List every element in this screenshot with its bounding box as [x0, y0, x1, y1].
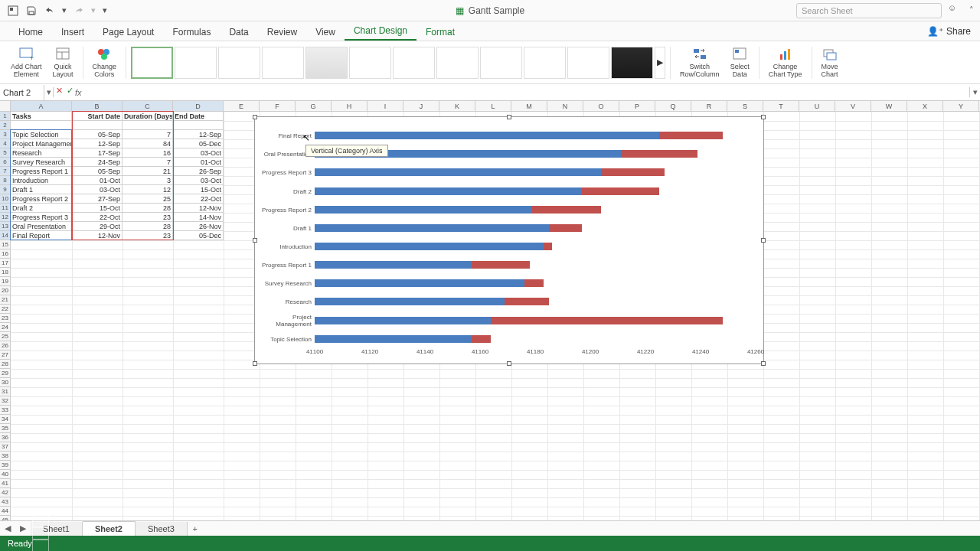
- autosave-icon[interactable]: [6, 4, 20, 18]
- data-cell[interactable]: 84: [122, 139, 173, 148]
- header-cell[interactable]: End Date: [173, 112, 224, 121]
- chart-bar-series2[interactable]: [524, 279, 544, 287]
- chart-style-3[interactable]: [218, 47, 260, 79]
- row-header-24[interactable]: 24: [0, 323, 10, 332]
- chart-style-12[interactable]: [611, 47, 653, 79]
- chart-style-8[interactable]: [436, 47, 479, 79]
- chart-category-label[interactable]: Introduction: [256, 243, 315, 250]
- spreadsheet-grid[interactable]: ABCDEFGHIJKLMNOPQRSTUVWXY 12345678910111…: [0, 101, 980, 539]
- data-cell[interactable]: Project Management: [11, 139, 72, 148]
- chart-style-9[interactable]: [480, 47, 522, 79]
- row-header-21[interactable]: 21: [0, 295, 10, 305]
- data-cell[interactable]: Final Report: [11, 231, 72, 240]
- data-cell[interactable]: 01-Oct: [72, 176, 122, 185]
- feedback-smiley-icon[interactable]: ☺: [948, 3, 963, 18]
- data-cell[interactable]: 16: [122, 148, 173, 158]
- chart-bar-series2[interactable]: [472, 261, 530, 269]
- change-colors-button[interactable]: Change Colors: [88, 44, 122, 82]
- data-cell[interactable]: 12-Nov: [72, 231, 122, 240]
- row-header-3[interactable]: 3: [0, 130, 10, 139]
- change-chart-type-button[interactable]: Change Chart Type: [764, 44, 807, 82]
- fx-icon[interactable]: fx: [75, 88, 90, 97]
- data-cell[interactable]: 21: [122, 167, 173, 176]
- undo-icon[interactable]: [43, 4, 57, 18]
- data-cell[interactable]: 22-Oct: [72, 213, 122, 222]
- chart-plot-area[interactable]: Final ReportOral PresentationProgress Re…: [315, 126, 754, 347]
- row-header-40[interactable]: 40: [0, 470, 10, 479]
- chart-category-label[interactable]: Progress Report 1: [256, 262, 315, 269]
- row-header-14[interactable]: 14: [0, 231, 10, 240]
- row-header-2[interactable]: 2: [0, 121, 10, 130]
- chart-category-label[interactable]: Topic Selection: [256, 335, 315, 342]
- sheet-nav-next-icon[interactable]: ▶: [15, 522, 31, 536]
- cancel-formula-icon[interactable]: ✕: [54, 86, 64, 99]
- chart-category-label[interactable]: Project Management: [256, 314, 315, 328]
- row-header-15[interactable]: 15: [0, 240, 10, 249]
- formula-expand-icon[interactable]: ▾: [969, 87, 980, 97]
- chart-style-5[interactable]: [305, 47, 348, 79]
- data-cell[interactable]: 7: [122, 158, 173, 167]
- data-cell[interactable]: 28: [122, 204, 173, 213]
- row-header-33[interactable]: 33: [0, 406, 10, 415]
- row-header-38[interactable]: 38: [0, 452, 10, 461]
- chart-category-label[interactable]: Research: [256, 298, 315, 305]
- data-cell[interactable]: 12-Sep: [72, 139, 122, 148]
- view-page-break-icon[interactable]: [32, 540, 49, 552]
- chart-bar-series1[interactable]: [315, 224, 549, 232]
- row-header-12[interactable]: 12: [0, 213, 10, 222]
- tab-data[interactable]: Data: [220, 24, 257, 41]
- redo-icon[interactable]: [72, 4, 86, 18]
- formula-input[interactable]: [90, 85, 969, 100]
- data-cell[interactable]: 12: [122, 185, 173, 194]
- row-header-18[interactable]: 18: [0, 268, 10, 277]
- chart-bar-series1[interactable]: [315, 187, 582, 195]
- chart-bar-series2[interactable]: [601, 168, 665, 176]
- chart-x-axis[interactable]: 4110041120411404116041180412004122041240…: [315, 348, 754, 359]
- column-header-R[interactable]: R: [691, 101, 727, 111]
- row-header-19[interactable]: 19: [0, 277, 10, 286]
- data-cell[interactable]: 05-Sep: [72, 167, 122, 176]
- column-header-C[interactable]: C: [122, 101, 173, 111]
- data-cell[interactable]: Progress Report 1: [11, 167, 72, 176]
- data-cell[interactable]: 23: [122, 213, 173, 222]
- chart-object[interactable]: Final ReportOral PresentationProgress Re…: [254, 116, 764, 364]
- chart-bar-series1[interactable]: [315, 317, 491, 324]
- add-sheet-button[interactable]: +: [188, 524, 203, 533]
- data-cell[interactable]: 23: [122, 231, 173, 240]
- column-header-B[interactable]: B: [72, 101, 122, 111]
- row-header-11[interactable]: 11: [0, 204, 10, 213]
- chart-style-4[interactable]: [262, 47, 304, 79]
- switch-row-column-button[interactable]: Switch Row/Column: [675, 44, 724, 82]
- data-cell[interactable]: 15-Oct: [173, 185, 224, 194]
- data-cell[interactable]: 29-Oct: [72, 222, 122, 231]
- column-header-O[interactable]: O: [583, 101, 619, 111]
- data-cell[interactable]: 05-Sep: [72, 130, 122, 139]
- row-header-8[interactable]: 8: [0, 176, 10, 185]
- chart-bar-series2[interactable]: [621, 150, 698, 158]
- row-header-39[interactable]: 39: [0, 461, 10, 470]
- column-header-P[interactable]: P: [619, 101, 655, 111]
- tab-formulas[interactable]: Formulas: [163, 24, 220, 41]
- row-header-25[interactable]: 25: [0, 332, 10, 341]
- chart-bar-series1[interactable]: [315, 168, 601, 176]
- move-chart-button[interactable]: Move Chart: [817, 44, 843, 82]
- tab-format[interactable]: Format: [416, 24, 464, 41]
- data-cell[interactable]: 17-Sep: [72, 148, 122, 158]
- row-header-16[interactable]: 16: [0, 249, 10, 259]
- chart-style-7[interactable]: [393, 47, 435, 79]
- gallery-next-icon[interactable]: ▶: [655, 47, 665, 79]
- chart-category-label[interactable]: Progress Report 3: [256, 169, 315, 176]
- chart-bar-series2[interactable]: [532, 206, 601, 214]
- chart-style-11[interactable]: [567, 47, 609, 79]
- column-header-V[interactable]: V: [835, 101, 871, 111]
- row-header-4[interactable]: 4: [0, 139, 10, 148]
- header-cell[interactable]: Start Date: [72, 112, 122, 121]
- data-cell[interactable]: Progress Report 3: [11, 213, 72, 222]
- row-header-35[interactable]: 35: [0, 424, 10, 433]
- chart-bar-series2[interactable]: [549, 224, 582, 232]
- data-cell[interactable]: 15-Oct: [72, 204, 122, 213]
- column-header-F[interactable]: F: [260, 101, 296, 111]
- tab-home[interactable]: Home: [9, 24, 52, 41]
- tab-chart-design[interactable]: Chart Design: [345, 22, 416, 41]
- data-cell[interactable]: Research: [11, 148, 72, 158]
